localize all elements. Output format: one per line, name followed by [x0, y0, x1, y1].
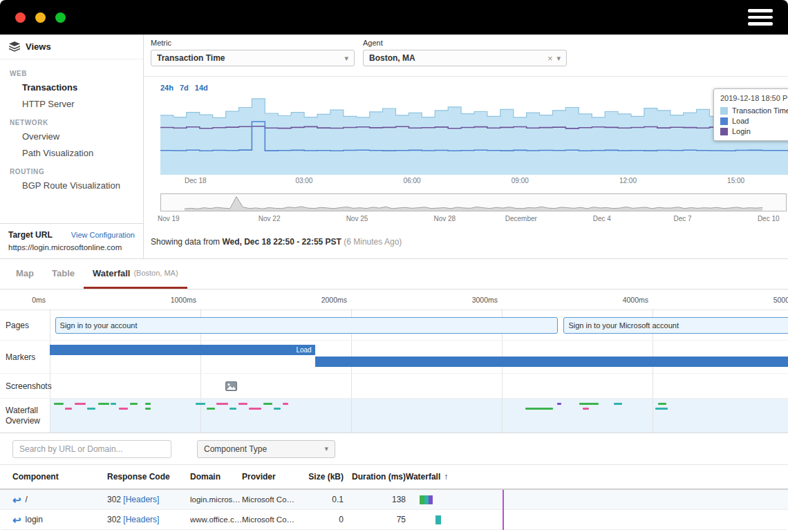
sidebar-item-transactions[interactable]: Transactions	[0, 79, 143, 96]
column-header-label: Size (kB)	[308, 472, 344, 482]
sidebar-item-http-server[interactable]: HTTP Server	[0, 96, 143, 113]
sidebar-section-web: WEB	[0, 64, 143, 79]
tooltip-timestamp: 2019-12-18 18:50 PST	[720, 94, 788, 102]
target-url-label: Target URL	[8, 230, 53, 240]
waterfall-row-pages: PagesSign in to your accountSign in to y…	[0, 310, 788, 341]
row-label-screenshots: Screenshots	[6, 381, 48, 391]
agent-dropdown[interactable]: Boston, MA × ▾	[363, 50, 567, 66]
sidebar: Views WEBTransactionsHTTP ServerNETWORKO…	[0, 35, 144, 258]
target-url-value: https://login.microsoftonline.com	[8, 243, 135, 251]
agent-group: Agent Boston, MA × ▾	[363, 39, 567, 66]
column-header-label: Component	[12, 472, 59, 482]
legend-label: Load	[732, 117, 749, 125]
x-tick-label: 03:00	[295, 177, 312, 184]
response-code-cell: 302 [Headers]	[107, 495, 190, 504]
waterfall-row-screenshots: Screenshots	[0, 374, 788, 399]
chart-tooltip: 2019-12-18 18:50 PST Transaction TimeLoa…	[713, 88, 788, 141]
column-header-component[interactable]: Component	[12, 472, 107, 482]
screenshot-thumbnail-icon[interactable]	[225, 381, 237, 391]
upper-split: Views WEBTransactionsHTTP ServerNETWORKO…	[0, 35, 788, 259]
row-label-pages: Pages	[6, 320, 48, 330]
column-header-domain[interactable]: Domain	[190, 472, 242, 482]
brush-tick-label: Dec 10	[758, 215, 780, 222]
sidebar-title: Views	[26, 41, 51, 52]
table-row[interactable]: ↩login302 [Headers]www.office.c…Microsof…	[0, 510, 788, 530]
chevron-down-icon: ▾	[556, 54, 561, 63]
tab-waterfall[interactable]: Waterfall(Boston, MA)	[84, 259, 187, 289]
marker-bar[interactable]	[315, 357, 788, 367]
table-row[interactable]: ↩/302 [Headers]login.micros…Microsoft Co…	[0, 490, 788, 510]
marker-bar[interactable]: Load	[50, 345, 315, 355]
metric-group: Metric Transaction Time ▾	[151, 39, 355, 66]
column-header-response-code[interactable]: Response Code	[107, 472, 190, 482]
waterfall-overview-mark	[216, 403, 228, 405]
column-header-label: Response Code	[107, 472, 170, 482]
response-code: 302	[107, 515, 123, 524]
waterfall-overview-mark	[283, 403, 288, 405]
time-range-14d[interactable]: 14d	[195, 84, 208, 92]
headers-link[interactable]: [Headers]	[123, 515, 159, 524]
waterfall-overview-mark	[238, 403, 247, 405]
time-range-7d[interactable]: 7d	[180, 84, 189, 92]
close-window-button[interactable]	[15, 12, 26, 23]
duration-cell: 75	[344, 515, 406, 524]
minimize-window-button[interactable]	[35, 12, 46, 23]
clear-agent-icon[interactable]: ×	[547, 54, 553, 63]
view-configuration-link[interactable]: View Configuration	[71, 231, 135, 239]
waterfall-overview-mark	[263, 403, 272, 405]
column-header-duration-ms[interactable]: Duration (ms)	[344, 472, 406, 482]
sidebar-item-path-visualization[interactable]: Path Visualization	[0, 145, 143, 162]
column-header-provider[interactable]: Provider	[242, 472, 308, 482]
sidebar-item-overview[interactable]: Overview	[0, 129, 143, 145]
component-type-dropdown[interactable]: Component Type ▾	[197, 440, 335, 458]
search-input[interactable]	[12, 440, 171, 458]
axis-tick-label: 5000ms	[727, 289, 788, 310]
tab-table[interactable]: Table	[43, 259, 84, 289]
time-range-24h[interactable]: 24h	[160, 84, 173, 92]
timeline-brush-chart[interactable]	[160, 193, 787, 211]
x-tick-label: 15:00	[727, 177, 744, 184]
component-cell: ↩login	[12, 515, 107, 525]
agent-label: Agent	[363, 39, 567, 47]
brush-tick-label: December	[505, 215, 537, 222]
legend-label: Login	[732, 127, 751, 135]
tab-label: Map	[16, 268, 34, 278]
tab-label: Waterfall	[93, 268, 130, 278]
size-cell: 0	[308, 515, 344, 524]
sidebar-item-bgp-route-visualization[interactable]: BGP Route Visualization	[0, 178, 143, 194]
x-tick-label: 09:00	[512, 177, 529, 184]
legend-label: Transaction Time	[732, 106, 788, 115]
views-header: Views	[0, 35, 143, 59]
tab-map[interactable]: Map	[7, 259, 43, 289]
transaction-time-chart[interactable]	[160, 97, 788, 175]
column-header-label: Waterfall	[406, 472, 440, 482]
waterfall-overview-mark	[196, 403, 205, 405]
hamburger-menu-icon[interactable]	[748, 6, 773, 28]
components-table: ComponentResponse CodeDomainProviderSize…	[0, 465, 788, 530]
zoom-window-button[interactable]	[55, 12, 66, 23]
metric-label: Metric	[151, 39, 355, 47]
page-bar[interactable]: Sign in to your Microsoft account	[563, 317, 788, 334]
row-label-overview: Waterfall Overview	[6, 406, 48, 426]
x-tick-label: Dec 18	[185, 177, 207, 184]
target-url-block: Target URL View Configuration https://lo…	[0, 223, 143, 258]
row-waterfall-bars	[420, 495, 788, 504]
x-tick-label: 12:00	[619, 177, 637, 184]
waterfall-segment-teal	[435, 515, 441, 524]
provider-cell: Microsoft Co…	[242, 515, 308, 524]
sidebar-section-routing: ROUTING	[0, 162, 143, 178]
headers-link[interactable]: [Headers]	[123, 495, 159, 504]
metric-dropdown[interactable]: Transaction Time ▾	[151, 50, 355, 66]
waterfall-overview-mark	[119, 408, 128, 410]
brush-tick-label: Dec 4	[593, 215, 611, 222]
page-bar[interactable]: Sign in to your account	[55, 317, 558, 334]
column-header-size-kb[interactable]: Size (kB)	[308, 472, 344, 482]
brush-tick-label: Dec 7	[674, 215, 692, 222]
waterfall-overview-mark	[658, 403, 666, 405]
column-header-waterfall[interactable]: Waterfall↑	[406, 472, 788, 482]
filter-bar: Component Type ▾	[0, 433, 788, 465]
column-header-label: Provider	[242, 472, 276, 482]
duration-cell: 138	[344, 495, 406, 504]
app-window: Views WEBTransactionsHTTP ServerNETWORKO…	[0, 0, 788, 532]
redirect-icon: ↩	[12, 515, 21, 525]
